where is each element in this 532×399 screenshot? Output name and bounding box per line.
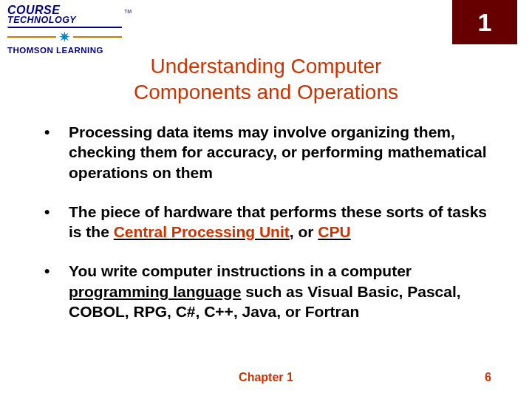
logo-technology-text: TECHNOLOGY [7,16,137,25]
bullet-1-text: Processing data items may involve organi… [69,123,487,181]
bullet-3-pre: You write computer instructions in a com… [69,262,412,279]
bullet-1: Processing data items may involve organi… [35,122,495,183]
footer-page-number: 6 [485,371,491,384]
footer-chapter-label: Chapter 1 [0,371,532,384]
trademark-symbol: TM [124,9,132,14]
bullet-3-term-proglang: programming language [69,283,241,300]
logo-underline [7,27,122,28]
bullet-2-mid: , or [290,223,318,240]
star-icon: ✷ [58,30,71,44]
slide-title: Understanding Computer Components and Op… [115,53,417,105]
bullet-2-term-cpu-full: Central Processing Unit [114,223,290,240]
bullet-2: The piece of hardware that performs thes… [35,202,495,242]
chapter-number-badge: 1 [452,0,517,44]
publisher-logo: COURSE TECHNOLOGY ✷ THOMSON LEARNING [7,4,137,55]
bullet-3: You write computer instructions in a com… [35,261,495,321]
bullet-2-term-cpu: CPU [318,223,350,240]
slide-content: Processing data items may involve organi… [35,122,495,341]
logo-star-divider: ✷ [7,30,122,44]
